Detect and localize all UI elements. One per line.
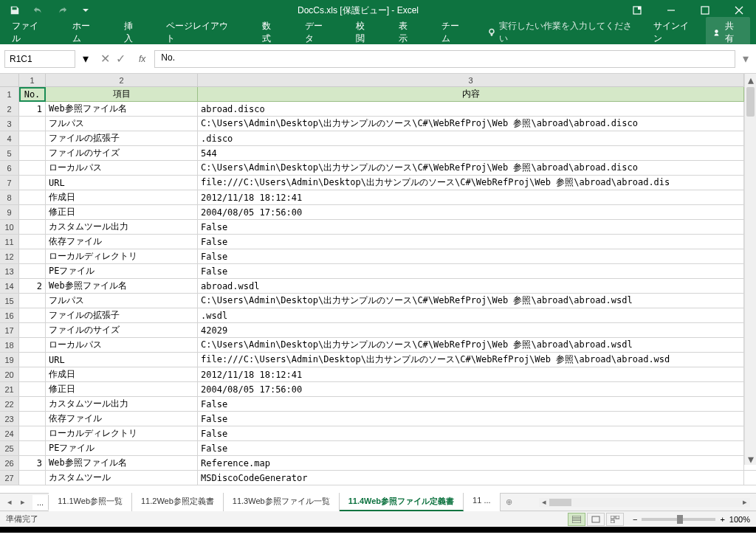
row-header[interactable]: 24 xyxy=(0,426,19,440)
cell-no[interactable] xyxy=(19,308,46,322)
tab-insert[interactable]: 挿入 xyxy=(118,17,148,48)
row-header[interactable]: 12 xyxy=(0,249,19,263)
cell-content[interactable]: 544 xyxy=(198,146,744,160)
cell-no[interactable] xyxy=(19,367,46,381)
formula-input[interactable]: No. xyxy=(154,50,735,68)
row-header[interactable]: 21 xyxy=(0,382,19,396)
col-header-2[interactable]: 2 xyxy=(46,74,198,86)
cell-no[interactable] xyxy=(19,117,46,131)
cell-content[interactable]: False xyxy=(198,441,744,455)
row-header[interactable]: 27 xyxy=(0,471,19,485)
tell-me-search[interactable]: 実行したい作業を入力してください xyxy=(487,20,640,45)
cell-content[interactable]: Reference.map xyxy=(198,456,744,470)
add-sheet-button[interactable]: ⊕ xyxy=(501,497,518,507)
row-header[interactable]: 18 xyxy=(0,338,19,352)
cell-content[interactable]: file:///C:\Users\Admin\Desktop\出力サンプルのソー… xyxy=(198,353,744,367)
cell-item[interactable]: ファイルのサイズ xyxy=(46,323,198,337)
cell-content[interactable]: False xyxy=(198,397,744,411)
cell-no[interactable]: 2 xyxy=(19,279,46,293)
cell-content[interactable]: C:\Users\Admin\Desktop\出力サンプルのソース\C#\Web… xyxy=(198,294,744,308)
cell-item[interactable]: ローカルパス xyxy=(46,338,198,352)
cell-item[interactable]: PEファイル xyxy=(46,264,198,278)
undo-icon[interactable] xyxy=(28,1,49,19)
cell-item[interactable]: カスタムツール出力 xyxy=(46,397,198,411)
cell-item[interactable]: カスタムツール出力 xyxy=(46,220,198,234)
row-header[interactable]: 1 xyxy=(0,87,19,102)
cell-no[interactable] xyxy=(19,235,46,249)
cell-no[interactable] xyxy=(19,441,46,455)
cell-no[interactable] xyxy=(19,323,46,337)
cell-item[interactable]: カスタムツール xyxy=(46,471,198,485)
cell-item[interactable]: ファイルの拡張子 xyxy=(46,308,198,322)
cell-item[interactable]: 作成日 xyxy=(46,190,198,204)
scroll-up-icon[interactable]: ▴ xyxy=(745,74,756,86)
cell-item[interactable]: フルパス xyxy=(46,117,198,131)
cell-item[interactable]: URL xyxy=(46,353,198,367)
cell-item[interactable]: ローカルパス xyxy=(46,161,198,175)
tab-nav-next-icon[interactable]: ▸ xyxy=(18,497,28,507)
hscroll-thumb[interactable] xyxy=(549,499,571,506)
row-header[interactable]: 19 xyxy=(0,353,19,367)
cell-no[interactable] xyxy=(19,146,46,160)
name-box-dropdown-icon[interactable]: ▾ xyxy=(80,52,92,66)
cell-item[interactable]: ファイルのサイズ xyxy=(46,146,198,160)
cell-item[interactable]: PEファイル xyxy=(46,441,198,455)
row-header[interactable]: 10 xyxy=(0,220,19,234)
tab-file[interactable]: ファイル xyxy=(6,17,53,48)
fx-icon[interactable]: fx xyxy=(134,54,150,64)
row-header[interactable]: 14 xyxy=(0,279,19,293)
tab-page-layout[interactable]: ページレイアウト xyxy=(160,17,242,48)
cell-content[interactable]: abroad.disco xyxy=(198,102,744,116)
row-header[interactable]: 26 xyxy=(0,456,19,470)
qat-dropdown-icon[interactable] xyxy=(75,1,96,19)
cell-item[interactable]: Web参照ファイル名 xyxy=(46,279,198,293)
cell-no[interactable] xyxy=(19,294,46,308)
cell-no[interactable] xyxy=(19,397,46,411)
horizontal-scrollbar[interactable]: ◂ ▸ xyxy=(539,498,750,507)
cell-item[interactable]: ローカルディレクトリ xyxy=(46,249,198,263)
row-header[interactable]: 20 xyxy=(0,367,19,381)
cell-content[interactable]: 2012/11/18 18:12:41 xyxy=(198,190,744,204)
sheet-tab[interactable]: 11.3Web参照ファイル一覧 xyxy=(224,493,340,511)
ribbon-display-icon[interactable] xyxy=(620,0,654,21)
row-header[interactable]: 11 xyxy=(0,235,19,249)
cell-content[interactable]: 2004/08/05 17:56:00 xyxy=(198,205,744,219)
tab-view[interactable]: 表示 xyxy=(393,17,422,48)
cell-no[interactable]: 3 xyxy=(19,456,46,470)
cell-no[interactable] xyxy=(19,471,46,485)
zoom-slider[interactable] xyxy=(642,518,715,521)
cell-item[interactable]: 修正日 xyxy=(46,205,198,219)
redo-icon[interactable] xyxy=(52,1,72,19)
tab-nav-prev-icon[interactable]: ◂ xyxy=(4,497,15,507)
col-header-1[interactable]: 1 xyxy=(19,74,46,86)
row-header[interactable]: 15 xyxy=(0,294,19,308)
cell-content[interactable]: False xyxy=(198,412,744,426)
sheet-tab[interactable]: 11.1Web参照一覧 xyxy=(49,493,132,511)
cell-content[interactable]: C:\Users\Admin\Desktop\出力サンプルのソース\C#\Web… xyxy=(198,338,744,352)
cell-no[interactable] xyxy=(19,353,46,367)
sheet-tab[interactable]: 11 ... xyxy=(464,493,500,511)
cell-item[interactable]: Web参照ファイル名 xyxy=(46,102,198,116)
cell-item[interactable]: 作成日 xyxy=(46,367,198,381)
save-icon[interactable] xyxy=(4,1,25,19)
cell-item[interactable]: URL xyxy=(46,176,198,190)
cell-item[interactable]: フルパス xyxy=(46,294,198,308)
cell-content[interactable]: abroad.wsdl xyxy=(198,279,744,293)
vertical-scrollbar[interactable]: ▴ ▾ xyxy=(744,74,756,465)
cell-no[interactable] xyxy=(19,220,46,234)
col-header-3[interactable]: 3 xyxy=(198,74,744,86)
zoom-level[interactable]: 100% xyxy=(729,515,750,524)
tab-home[interactable]: ホーム xyxy=(66,17,105,48)
cell-no[interactable] xyxy=(19,426,46,440)
view-page-break-icon[interactable] xyxy=(606,513,624,526)
cell-no[interactable] xyxy=(19,176,46,190)
cell-content[interactable]: False xyxy=(198,220,744,234)
row-header[interactable]: 25 xyxy=(0,441,19,455)
view-normal-icon[interactable] xyxy=(568,513,585,526)
row-header[interactable]: 17 xyxy=(0,323,19,337)
expand-formula-icon[interactable]: ▾ xyxy=(740,52,752,66)
scroll-down-icon[interactable]: ▾ xyxy=(745,453,756,465)
zoom-in-button[interactable]: + xyxy=(720,515,724,524)
row-header[interactable]: 9 xyxy=(0,205,19,219)
header-cell-content[interactable]: 内容 xyxy=(198,87,744,102)
